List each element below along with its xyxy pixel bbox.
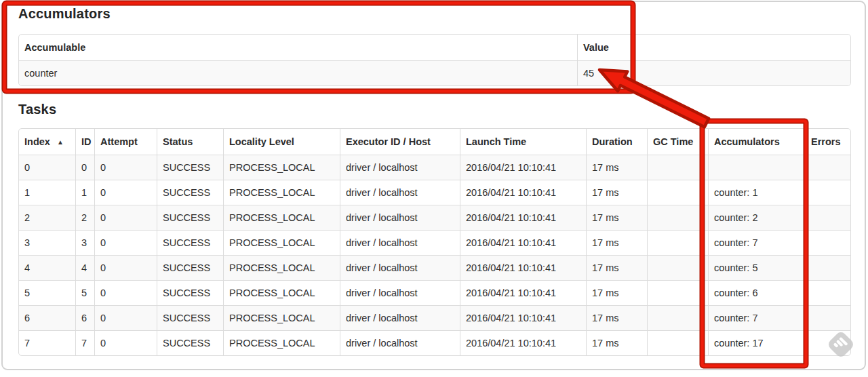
cell-duration: 17 ms xyxy=(586,255,647,280)
cell-attempt: 0 xyxy=(94,330,157,355)
cell-locality-level: PROCESS_LOCAL xyxy=(223,255,340,280)
sort-ascending-icon: ▲ xyxy=(57,138,64,146)
cell-id: 1 xyxy=(75,180,94,205)
cell-gc-time xyxy=(647,205,708,230)
cell-errors xyxy=(805,305,850,330)
cell-launch-time: 2016/04/21 10:10:41 xyxy=(460,305,586,330)
cell-accumulable-value: 45 xyxy=(577,60,850,85)
column-header-launch-time[interactable]: Launch Time xyxy=(460,129,586,155)
cell-locality-level: PROCESS_LOCAL xyxy=(223,230,340,255)
cell-id: 5 xyxy=(75,280,94,305)
cell-accumulators: counter: 17 xyxy=(708,330,805,355)
cell-id: 3 xyxy=(75,230,94,255)
cell-attempt: 0 xyxy=(94,205,157,230)
cell-locality-level: PROCESS_LOCAL xyxy=(223,155,340,180)
cell-gc-time xyxy=(647,255,708,280)
page: Accumulators Accumulable Value counter 4… xyxy=(0,0,868,377)
accumulators-table: Accumulable Value counter 45 xyxy=(18,34,851,86)
cell-executor-id-host: driver / localhost xyxy=(340,180,460,205)
cell-gc-time xyxy=(647,230,708,255)
cell-launch-time: 2016/04/21 10:10:41 xyxy=(460,155,586,180)
cell-duration: 17 ms xyxy=(586,155,647,180)
cell-duration: 17 ms xyxy=(586,230,647,255)
cell-duration: 17 ms xyxy=(586,180,647,205)
tasks-header-row: Index▲ ID Attempt Status Locality Level … xyxy=(19,129,850,155)
cell-duration: 17 ms xyxy=(586,305,647,330)
cell-gc-time xyxy=(647,330,708,355)
cell-errors xyxy=(805,280,850,305)
cell-index: 1 xyxy=(19,180,75,205)
cell-executor-id-host: driver / localhost xyxy=(340,280,460,305)
task-row: 550SUCCESSPROCESS_LOCALdriver / localhos… xyxy=(19,280,850,305)
column-header-errors[interactable]: Errors xyxy=(805,129,850,155)
cell-status: SUCCESS xyxy=(157,180,223,205)
cell-index: 4 xyxy=(19,255,75,280)
accumulators-header-row: Accumulable Value xyxy=(19,35,850,60)
cell-accumulable-name: counter xyxy=(19,60,577,85)
column-header-index[interactable]: Index▲ xyxy=(19,129,75,155)
cell-status: SUCCESS xyxy=(157,205,223,230)
cell-accumulators: counter: 7 xyxy=(708,230,805,255)
column-header-attempt[interactable]: Attempt xyxy=(94,129,157,155)
cell-locality-level: PROCESS_LOCAL xyxy=(223,280,340,305)
column-header-duration[interactable]: Duration xyxy=(586,129,647,155)
cell-duration: 17 ms xyxy=(586,205,647,230)
cell-attempt: 0 xyxy=(94,155,157,180)
task-row: 330SUCCESSPROCESS_LOCALdriver / localhos… xyxy=(19,230,850,255)
cell-duration: 17 ms xyxy=(586,280,647,305)
column-header-gc-time[interactable]: GC Time xyxy=(647,129,708,155)
cell-accumulators xyxy=(708,155,805,180)
cell-errors xyxy=(805,205,850,230)
cell-id: 0 xyxy=(75,155,94,180)
cell-locality-level: PROCESS_LOCAL xyxy=(223,180,340,205)
cell-status: SUCCESS xyxy=(157,155,223,180)
cell-locality-level: PROCESS_LOCAL xyxy=(223,305,340,330)
cell-gc-time xyxy=(647,305,708,330)
cell-id: 2 xyxy=(75,205,94,230)
cell-index: 6 xyxy=(19,305,75,330)
cell-launch-time: 2016/04/21 10:10:41 xyxy=(460,255,586,280)
column-header-accumulators[interactable]: Accumulators xyxy=(708,129,805,155)
cell-executor-id-host: driver / localhost xyxy=(340,255,460,280)
cell-gc-time xyxy=(647,155,708,180)
cell-index: 2 xyxy=(19,205,75,230)
column-header-accumulable[interactable]: Accumulable xyxy=(19,35,577,60)
cell-attempt: 0 xyxy=(94,255,157,280)
task-row: 660SUCCESSPROCESS_LOCALdriver / localhos… xyxy=(19,305,850,330)
column-header-status[interactable]: Status xyxy=(157,129,223,155)
cell-duration: 17 ms xyxy=(586,330,647,355)
cell-launch-time: 2016/04/21 10:10:41 xyxy=(460,205,586,230)
cell-executor-id-host: driver / localhost xyxy=(340,330,460,355)
column-header-value[interactable]: Value xyxy=(577,35,850,60)
cell-locality-level: PROCESS_LOCAL xyxy=(223,330,340,355)
cell-accumulators: counter: 7 xyxy=(708,305,805,330)
cell-locality-level: PROCESS_LOCAL xyxy=(223,205,340,230)
task-row: 770SUCCESSPROCESS_LOCALdriver / localhos… xyxy=(19,330,850,355)
cell-gc-time xyxy=(647,180,708,205)
cell-errors xyxy=(805,255,850,280)
cell-id: 7 xyxy=(75,330,94,355)
cell-launch-time: 2016/04/21 10:10:41 xyxy=(460,230,586,255)
cell-launch-time: 2016/04/21 10:10:41 xyxy=(460,330,586,355)
cell-launch-time: 2016/04/21 10:10:41 xyxy=(460,180,586,205)
cell-errors xyxy=(805,330,850,355)
cell-gc-time xyxy=(647,280,708,305)
cell-status: SUCCESS xyxy=(157,230,223,255)
cell-status: SUCCESS xyxy=(157,280,223,305)
cell-executor-id-host: driver / localhost xyxy=(340,305,460,330)
cell-attempt: 0 xyxy=(94,305,157,330)
cell-accumulators: counter: 6 xyxy=(708,280,805,305)
column-header-locality-level[interactable]: Locality Level xyxy=(223,129,340,155)
cell-accumulators: counter: 5 xyxy=(708,255,805,280)
cell-id: 4 xyxy=(75,255,94,280)
cell-executor-id-host: driver / localhost xyxy=(340,205,460,230)
cell-index: 3 xyxy=(19,230,75,255)
column-header-executor-id-host[interactable]: Executor ID / Host xyxy=(340,129,460,155)
cell-attempt: 0 xyxy=(94,180,157,205)
tasks-section-title: Tasks xyxy=(18,102,56,117)
task-row: 110SUCCESSPROCESS_LOCALdriver / localhos… xyxy=(19,180,850,205)
cell-attempt: 0 xyxy=(94,230,157,255)
task-row: 000SUCCESSPROCESS_LOCALdriver / localhos… xyxy=(19,155,850,180)
column-header-id[interactable]: ID xyxy=(75,129,94,155)
cell-errors xyxy=(805,180,850,205)
